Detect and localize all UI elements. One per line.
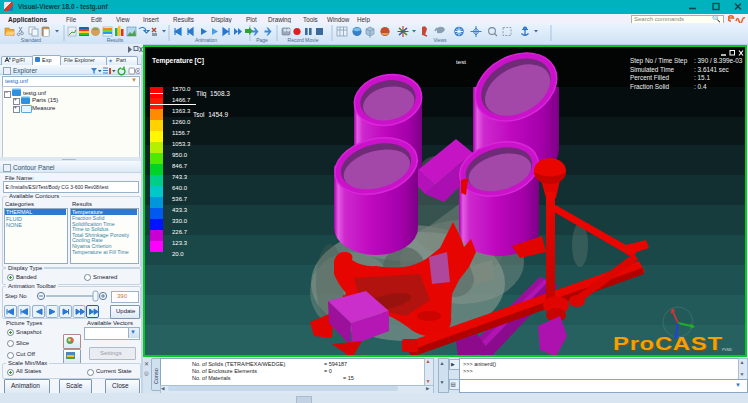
svg-text:Page: Page: [256, 37, 268, 43]
svg-text:Animation: Animation: [195, 37, 217, 43]
svg-text:Results: Results: [107, 37, 124, 43]
svg-text:Record Movie: Record Movie: [288, 37, 319, 43]
svg-text:Views: Views: [433, 37, 447, 43]
svg-text:Standard: Standard: [21, 37, 42, 43]
